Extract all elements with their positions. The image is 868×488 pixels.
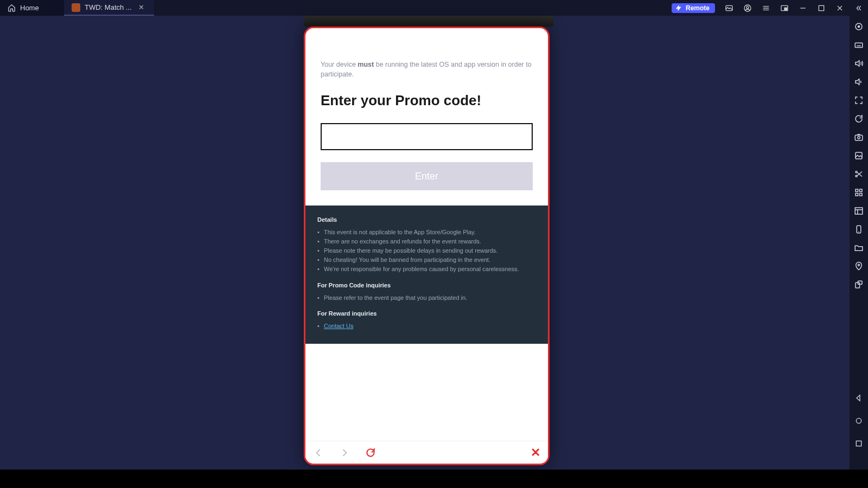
bottom-bar <box>0 470 868 488</box>
camera-icon[interactable] <box>853 132 864 143</box>
phone-icon[interactable] <box>853 224 864 235</box>
svg-rect-24 <box>856 441 861 446</box>
volume-down-icon[interactable] <box>853 76 864 87</box>
remote-button[interactable]: Remote <box>672 3 715 13</box>
svg-rect-9 <box>855 135 863 140</box>
picture-icon[interactable] <box>725 4 733 12</box>
list-item: This event is not applicable to the App … <box>317 228 536 237</box>
android-recent-icon[interactable] <box>854 439 863 450</box>
remote-label: Remote <box>686 4 710 12</box>
reward-inquiries-list: Contact Us <box>317 322 536 331</box>
folder-icon[interactable] <box>853 242 864 253</box>
browser-reload-icon[interactable] <box>365 447 376 458</box>
tab-close-icon[interactable]: ✕ <box>136 2 146 12</box>
promo-form: Your device must be running the latest O… <box>305 28 548 206</box>
volume-up-icon[interactable] <box>853 58 864 69</box>
svg-rect-5 <box>819 5 824 10</box>
reward-inquiries-heading: For Reward inquiries <box>317 309 536 318</box>
svg-rect-17 <box>860 194 863 196</box>
promo-inquiries-list: Please refer to the event page that you … <box>317 293 536 303</box>
svg-rect-4 <box>784 8 787 10</box>
svg-rect-16 <box>856 194 858 196</box>
svg-rect-18 <box>855 208 863 214</box>
bolt-icon <box>675 4 682 12</box>
account-icon[interactable] <box>743 4 752 12</box>
rotate-icon[interactable] <box>853 279 864 290</box>
svg-rect-8 <box>855 43 863 47</box>
maximize-icon[interactable] <box>817 4 826 12</box>
device-notice: Your device must be running the latest O… <box>321 60 533 79</box>
list-item: There are no exchanges and refunds for t… <box>317 237 536 246</box>
svg-point-7 <box>858 26 860 28</box>
promo-popup: Your device must be running the latest O… <box>304 27 550 465</box>
window-controls: Remote <box>666 0 868 16</box>
popup-close-icon[interactable]: ✕ <box>531 446 540 460</box>
promo-code-input[interactable] <box>321 123 533 150</box>
home-icon <box>8 4 16 12</box>
tab-app[interactable]: TWD: Match ... ✕ <box>64 0 154 16</box>
svg-point-12 <box>856 171 857 173</box>
browser-forward-icon[interactable] <box>339 447 350 458</box>
details-list: This event is not applicable to the App … <box>317 228 536 274</box>
fullscreen-icon[interactable] <box>853 95 864 106</box>
details-heading: Details <box>317 215 536 224</box>
svg-point-13 <box>856 175 857 177</box>
notice-bold: must <box>358 61 374 68</box>
promo-inquiries-heading: For Promo Code inquiries <box>317 281 536 290</box>
tab-bar: Home TWD: Match ... ✕ Remote <box>0 0 868 16</box>
page-title: Enter your Promo code! <box>321 92 533 109</box>
enter-button[interactable]: Enter <box>321 162 533 190</box>
location-icon[interactable] <box>853 261 864 272</box>
list-item: Please refer to the event page that you … <box>317 293 536 303</box>
svg-rect-15 <box>860 189 863 192</box>
list-item: No cheating! You will be banned from par… <box>317 255 536 265</box>
scissors-icon[interactable] <box>853 169 864 179</box>
svg-point-23 <box>856 418 861 423</box>
list-item: Please note there may be possible delays… <box>317 246 536 255</box>
svg-point-20 <box>858 264 860 266</box>
gallery-icon[interactable] <box>853 150 864 161</box>
popup-browser-bar: ✕ <box>305 441 548 464</box>
details-panel: Details This event is not applicable to … <box>305 206 548 343</box>
svg-rect-14 <box>856 189 858 192</box>
sync-icon[interactable] <box>853 113 864 124</box>
hamburger-icon[interactable] <box>762 4 770 12</box>
tab-app-label: TWD: Match ... <box>85 3 132 11</box>
keyboard-icon[interactable] <box>853 40 864 50</box>
game-backdrop <box>304 16 553 27</box>
target-icon[interactable] <box>853 21 864 32</box>
close-window-icon[interactable] <box>835 4 844 12</box>
app-icon <box>72 3 80 12</box>
layout-icon[interactable] <box>853 206 864 216</box>
svg-point-10 <box>858 137 860 139</box>
tab-home-label: Home <box>20 4 39 12</box>
android-nav <box>850 394 868 450</box>
notice-pre: Your device <box>321 61 358 68</box>
android-home-icon[interactable] <box>854 416 863 427</box>
android-back-icon[interactable] <box>854 394 863 404</box>
tab-home[interactable]: Home <box>0 0 64 16</box>
contact-us-link[interactable]: Contact Us <box>324 323 353 329</box>
apps-icon[interactable] <box>853 187 864 198</box>
pip-icon[interactable] <box>780 4 789 12</box>
svg-rect-11 <box>856 152 862 159</box>
collapse-panel-icon[interactable] <box>854 4 863 12</box>
list-item: Contact Us <box>317 322 536 331</box>
list-item: We're not responsible for any problems c… <box>317 265 536 274</box>
browser-back-icon[interactable] <box>313 447 324 458</box>
minimize-icon[interactable] <box>799 4 807 12</box>
svg-point-2 <box>746 6 749 8</box>
